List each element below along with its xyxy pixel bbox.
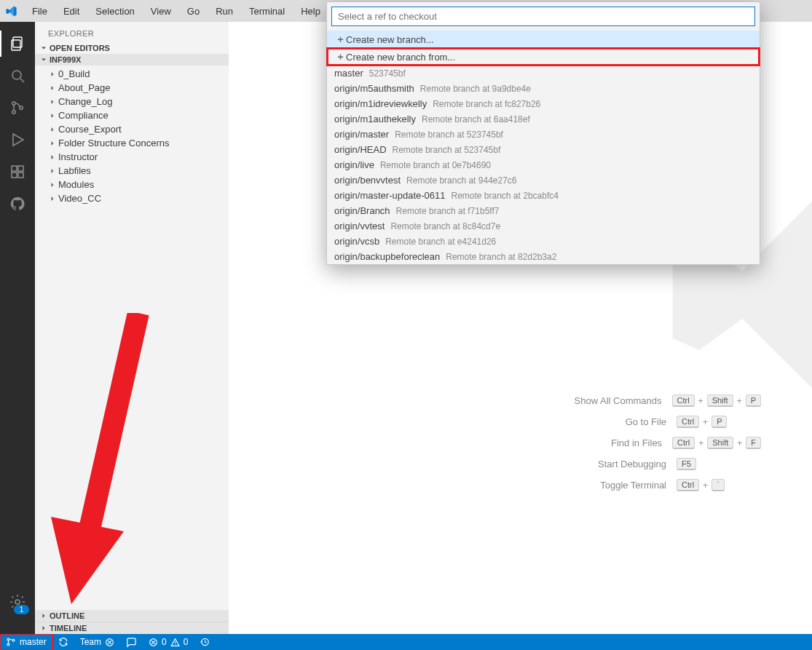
svg-rect-11 <box>18 166 23 171</box>
quick-pick: ＋ Create new branch... ＋ Create new bran… <box>326 1 760 265</box>
chevron-down-icon <box>38 55 50 64</box>
qp-item-label: origin/Branch <box>334 205 390 216</box>
qp-ref-item[interactable]: master523745bf <box>327 66 760 81</box>
plus-icon: ＋ <box>334 50 346 63</box>
welcome-row: Find in FilesCtrl+Shift+F <box>499 437 761 449</box>
qp-ref-item[interactable]: origin/liveRemote branch at 0e7b4690 <box>327 157 760 173</box>
qp-item-label: master <box>334 68 363 79</box>
tree-folder[interactable]: Folder Structure Concerns <box>35 136 229 150</box>
menu-file[interactable]: File <box>25 3 55 20</box>
qp-ref-item[interactable]: origin/BranchRemote branch at f71b5ff7 <box>327 203 760 218</box>
activity-run-debug[interactable] <box>0 124 35 156</box>
welcome-label: Toggle Terminal <box>600 480 666 491</box>
settings-badge: 1 <box>14 605 29 614</box>
status-feedback[interactable] <box>120 634 143 650</box>
qp-create-branch[interactable]: ＋ Create new branch... <box>327 31 760 48</box>
qp-item-label: origin/benvvtest <box>334 175 401 186</box>
sidebar-title: EXPLORER <box>35 22 229 42</box>
section-open-editors[interactable]: OPEN EDITORS <box>35 42 229 54</box>
tree-folder[interactable]: 0_Build <box>35 67 229 81</box>
tree-folder[interactable]: Labfiles <box>35 164 229 178</box>
menu-view[interactable]: View <box>143 3 178 20</box>
svg-rect-8 <box>12 166 17 171</box>
qp-ref-item[interactable]: origin/masterRemote branch at 523745bf <box>327 127 760 142</box>
key: Ctrl <box>677 479 699 491</box>
tree-folder[interactable]: Compliance <box>35 108 229 122</box>
chevron-right-icon <box>38 624 50 633</box>
activity-extensions[interactable] <box>0 156 35 188</box>
activity-settings[interactable]: 1 <box>0 586 35 618</box>
folder-label: Labfiles <box>58 165 91 176</box>
status-problems[interactable]: 0 0 <box>143 634 194 650</box>
menu-run[interactable]: Run <box>208 3 240 20</box>
activity-github[interactable] <box>0 188 35 220</box>
status-branch[interactable]: master <box>0 634 52 650</box>
tree-folder[interactable]: Change_Log <box>35 95 229 108</box>
svg-rect-10 <box>18 173 23 178</box>
qp-item-label: origin/HEAD <box>334 144 387 155</box>
timeline-label: TIMELINE <box>50 624 87 633</box>
plus-separator: + <box>698 396 704 406</box>
qp-ref-item[interactable]: origin/m5authsmithRemote branch at 9a9db… <box>327 81 760 96</box>
menu-edit[interactable]: Edit <box>56 3 87 20</box>
quickpick-input[interactable] <box>331 7 755 26</box>
chevron-right-icon <box>47 111 58 120</box>
qp-item-detail: Remote branch at 82d2b3a2 <box>446 252 556 262</box>
tree-folder[interactable]: Course_Export <box>35 122 229 136</box>
key: Shift <box>707 437 733 449</box>
menu-go[interactable]: Go <box>180 3 207 20</box>
folder-label: Instructor <box>58 151 98 162</box>
chevron-right-icon <box>47 153 58 162</box>
status-sync[interactable] <box>52 634 74 650</box>
qp-item-detail: Remote branch at f71b5ff7 <box>396 206 500 216</box>
plus-separator: + <box>702 417 709 427</box>
chevron-right-icon <box>47 125 58 134</box>
qp-create-branch-from[interactable]: ＋ Create new branch from... <box>327 48 760 66</box>
branch-name: master <box>20 637 47 647</box>
chevron-right-icon <box>47 84 58 92</box>
tree-folder[interactable]: About_Page <box>35 81 229 95</box>
menu-help[interactable]: Help <box>293 3 328 20</box>
section-timeline[interactable]: TIMELINE <box>35 622 229 634</box>
qp-ref-item[interactable]: origin/benvvtestRemote branch at 944e27c… <box>327 173 760 188</box>
activity-search[interactable] <box>0 60 35 92</box>
chevron-right-icon <box>47 181 58 189</box>
welcome-label: Start Debugging <box>598 459 666 469</box>
keybinding: Ctrl+Shift+P <box>672 395 762 407</box>
tree-folder[interactable]: Modules <box>35 178 229 191</box>
menu-selection[interactable]: Selection <box>88 3 141 20</box>
status-team[interactable]: Team <box>74 634 120 650</box>
qp-item-label: origin/vvtest <box>334 221 385 231</box>
menu-bar: File Edit Selection View Go Run Terminal… <box>25 3 328 20</box>
menu-terminal[interactable]: Terminal <box>242 3 292 20</box>
activity-source-control[interactable] <box>0 92 35 124</box>
section-workspace[interactable]: INF999X <box>35 54 229 66</box>
qp-item-detail: Remote branch at 944e27c6 <box>406 175 516 186</box>
chevron-right-icon <box>47 98 58 106</box>
qp-item-detail: Remote branch at 523745bf <box>395 130 503 140</box>
activity-explorer[interactable] <box>0 28 35 60</box>
qp-ref-item[interactable]: origin/vvtestRemote branch at 8c84cd7e <box>327 218 760 234</box>
qp-ref-item[interactable]: origin/m1authekellyRemote branch at 6aa4… <box>327 111 760 127</box>
keybinding: Ctrl+Shift+F <box>672 437 761 449</box>
plus-separator: + <box>698 438 704 448</box>
qp-ref-item[interactable]: origin/backupbeforecleanRemote branch at… <box>327 249 760 264</box>
section-outline[interactable]: OUTLINE <box>35 610 229 622</box>
status-history[interactable] <box>194 634 216 650</box>
qp-ref-item[interactable]: origin/HEADRemote branch at 523745bf <box>327 142 760 157</box>
quickpick-list: ＋ Create new branch... ＋ Create new bran… <box>327 31 760 264</box>
qp-ref-item[interactable]: origin/m1idreviewkellyRemote branch at f… <box>327 96 760 111</box>
qp-item-detail: Remote branch at 6aa418ef <box>422 114 530 124</box>
welcome-row: Toggle TerminalCtrl+` <box>499 479 761 491</box>
keybinding: Ctrl+P <box>677 416 761 428</box>
qp-item-label: origin/vcsb <box>334 236 379 247</box>
tree-folder[interactable]: Instructor <box>35 150 229 164</box>
welcome-row: Go to FileCtrl+P <box>499 416 761 428</box>
qp-item-detail: 523745bf <box>369 68 406 79</box>
folder-label: Video_CC <box>58 193 101 204</box>
tree-folder[interactable]: Video_CC <box>35 191 229 205</box>
qp-item-label: origin/master <box>334 129 389 140</box>
qp-ref-item[interactable]: origin/master-update-0611Remote branch a… <box>327 188 760 203</box>
welcome-label: Show All Commands <box>575 395 662 406</box>
qp-ref-item[interactable]: origin/vcsbRemote branch at e4241d26 <box>327 234 760 249</box>
